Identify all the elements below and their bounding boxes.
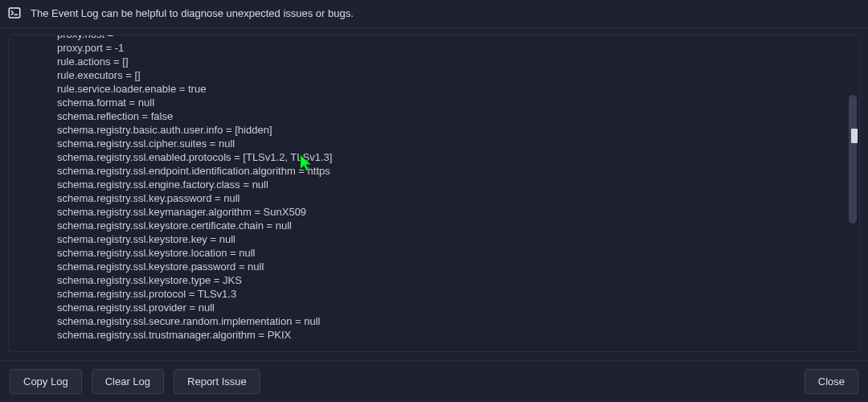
scrollbar-thumb[interactable] bbox=[849, 95, 857, 224]
report-issue-button[interactable]: Report Issue bbox=[174, 369, 260, 394]
log-line: proxy.host = bbox=[57, 35, 845, 41]
close-button[interactable]: Close bbox=[805, 369, 858, 394]
terminal-icon bbox=[6, 5, 23, 21]
footer-toolbar: Copy Log Clear Log Report Issue Close bbox=[0, 360, 868, 402]
log-line: rule.executors = [] bbox=[57, 68, 845, 82]
log-line: schema.registry.ssl.endpoint.identificat… bbox=[57, 164, 845, 178]
scrollbar-position-indicator bbox=[851, 129, 858, 143]
log-scrollbar[interactable] bbox=[848, 37, 858, 350]
log-line: schema.registry.ssl.provider = null bbox=[57, 301, 845, 314]
log-line: schema.registry.ssl.keystore.certificate… bbox=[57, 219, 845, 232]
log-line: schema.registry.ssl.keystore.location = … bbox=[57, 246, 845, 260]
app-root: The Event Log can be helpful to diagnose… bbox=[0, 0, 868, 402]
header-hint-bar: The Event Log can be helpful to diagnose… bbox=[0, 0, 868, 28]
svg-rect-0 bbox=[9, 8, 20, 18]
copy-log-button[interactable]: Copy Log bbox=[10, 369, 82, 394]
log-line: schema.reflection = false bbox=[57, 109, 845, 123]
header-hint-text: The Event Log can be helpful to diagnose… bbox=[31, 7, 354, 19]
log-viewport: proxy.host = proxy.port = -1rule.actions… bbox=[0, 28, 868, 360]
log-line: schema.registry.ssl.key.password = null bbox=[57, 191, 845, 205]
log-line: schema.registry.ssl.secure.random.implem… bbox=[57, 314, 845, 328]
log-line: schema.registry.ssl.keymanager.algorithm… bbox=[57, 205, 845, 219]
log-line: schema.registry.basic.auth.user.info = [… bbox=[57, 123, 845, 137]
log-line: schema.registry.ssl.enabled.protocols = … bbox=[57, 150, 845, 164]
log-panel: proxy.host = proxy.port = -1rule.actions… bbox=[8, 35, 860, 352]
log-line: schema.registry.ssl.keystore.key = null bbox=[57, 232, 845, 246]
log-line: proxy.port = -1 bbox=[57, 41, 845, 55]
log-line: schema.registry.ssl.protocol = TLSv1.3 bbox=[57, 287, 845, 301]
log-line: schema.registry.ssl.cipher.suites = null bbox=[57, 137, 845, 150]
log-line: schema.registry.ssl.engine.factory.class… bbox=[57, 178, 845, 191]
log-line: rule.service.loader.enable = true bbox=[57, 82, 845, 96]
clear-log-button[interactable]: Clear Log bbox=[92, 369, 164, 394]
log-line: schema.registry.ssl.trustmanager.algorit… bbox=[57, 328, 845, 342]
log-line: schema.registry.ssl.keystore.password = … bbox=[57, 260, 845, 273]
log-line: schema.format = null bbox=[57, 96, 845, 109]
log-line: schema.registry.ssl.keystore.type = JKS bbox=[57, 273, 845, 287]
log-line: rule.actions = [] bbox=[57, 55, 845, 68]
log-content[interactable]: proxy.host = proxy.port = -1rule.actions… bbox=[9, 35, 845, 342]
